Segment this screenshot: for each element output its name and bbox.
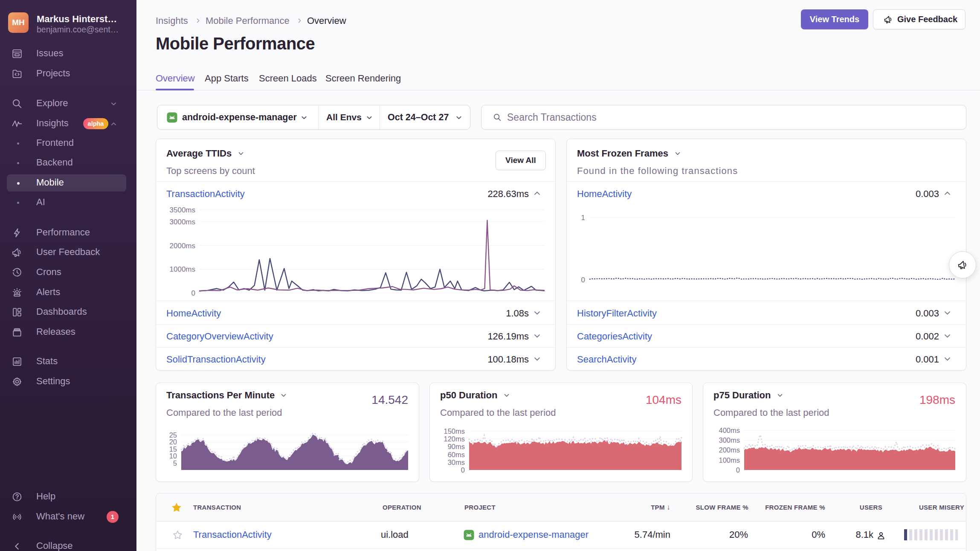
svg-text:100ms: 100ms bbox=[719, 456, 740, 464]
svg-text:2000ms: 2000ms bbox=[170, 242, 195, 250]
svg-text:15: 15 bbox=[169, 445, 177, 453]
svg-text:3000ms: 3000ms bbox=[170, 218, 195, 226]
svg-text:200ms: 200ms bbox=[719, 446, 740, 454]
svg-text:10: 10 bbox=[169, 452, 177, 460]
svg-text:0: 0 bbox=[461, 466, 465, 474]
svg-text:5: 5 bbox=[173, 459, 177, 467]
svg-text:300ms: 300ms bbox=[719, 436, 740, 444]
svg-text:1: 1 bbox=[581, 214, 585, 222]
svg-text:30ms: 30ms bbox=[448, 458, 465, 466]
svg-text:60ms: 60ms bbox=[448, 451, 465, 458]
svg-text:1000ms: 1000ms bbox=[170, 265, 195, 273]
svg-text:0: 0 bbox=[736, 466, 740, 474]
svg-text:25: 25 bbox=[169, 431, 177, 439]
svg-text:90ms: 90ms bbox=[448, 443, 465, 450]
svg-text:400ms: 400ms bbox=[719, 426, 740, 434]
svg-text:0: 0 bbox=[191, 289, 195, 296]
svg-text:0: 0 bbox=[581, 276, 585, 284]
svg-text:150ms: 150ms bbox=[444, 427, 465, 435]
svg-text:20: 20 bbox=[169, 438, 177, 446]
svg-text:120ms: 120ms bbox=[444, 435, 465, 443]
svg-text:3500ms: 3500ms bbox=[170, 206, 195, 214]
